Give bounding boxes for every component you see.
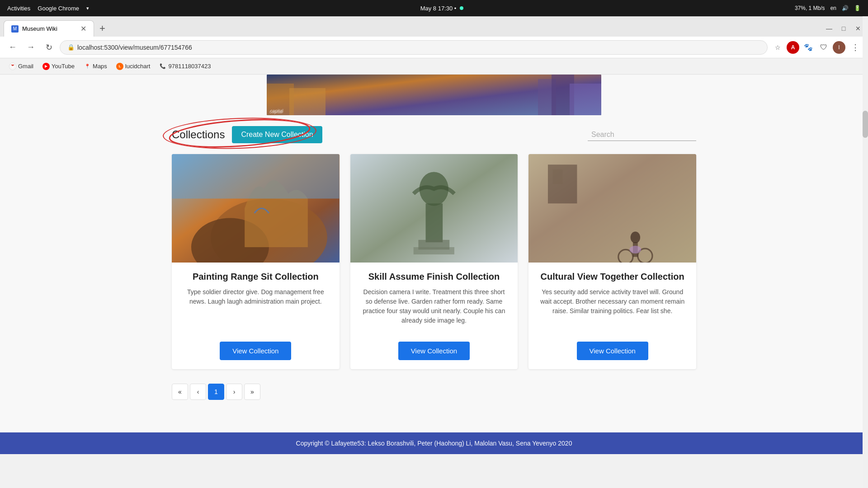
maximize-button[interactable]: □ (837, 22, 850, 35)
os-topbar-center: May 8 17:30 • (420, 5, 464, 12)
collection-card-3: Cultural View Together Collection Yes se… (528, 154, 696, 369)
url-text: localhost:5300/view/museum/677154766 (77, 44, 192, 51)
extension-icon-1[interactable]: 🐾 (802, 41, 815, 54)
address-bar: ← → ↻ 🔒 localhost:5300/view/museum/67715… (0, 37, 868, 58)
abp-icon[interactable]: A (787, 41, 799, 54)
pagination-prev[interactable]: ‹ (190, 384, 206, 400)
card-title-3: Cultural View Together Collection (538, 272, 687, 282)
recording-indicator (460, 6, 463, 10)
wifi-label: 37%, 1 Mb/s (795, 5, 825, 11)
activities-label[interactable]: Activities (7, 5, 30, 12)
svg-rect-16 (413, 247, 454, 254)
card-body-2: Skill Assume Finish Collection Decision … (350, 263, 518, 334)
card-footer-1: View Collection (172, 334, 340, 369)
os-topbar: Activities Google Chrome ▾ May 8 17:30 •… (0, 0, 868, 16)
card-title-1: Painting Range Sit Collection (181, 272, 330, 282)
os-topbar-left: Activities Google Chrome ▾ (7, 5, 89, 12)
card-title-2: Skill Assume Finish Collection (359, 272, 509, 282)
card-body-3: Cultural View Together Collection Yes se… (528, 263, 696, 334)
lucidchart-icon: L (116, 63, 123, 70)
scrollbar-track[interactable] (863, 16, 868, 488)
gmail-icon (9, 63, 16, 70)
svg-rect-14 (425, 203, 443, 242)
url-bar[interactable]: 🔒 localhost:5300/view/museum/677154766 (60, 40, 768, 55)
view-collection-button-3[interactable]: View Collection (577, 342, 648, 360)
collection-card-2: Skill Assume Finish Collection Decision … (350, 154, 518, 369)
menu-button[interactable]: ⋮ (848, 40, 863, 55)
gmail-label: Gmail (18, 63, 33, 70)
pagination: « ‹ 1 › » (172, 384, 696, 400)
create-new-collection-button[interactable]: Create New Collection (232, 126, 322, 143)
dropdown-icon[interactable]: ▾ (86, 5, 89, 11)
hero-section: capital (0, 75, 868, 115)
tab-close-button[interactable]: ✕ (80, 24, 86, 33)
search-container (588, 129, 696, 141)
bookmark-phone[interactable]: 📞 9781118037423 (156, 61, 214, 72)
cards-grid: Painting Range Sit Collection Type soldi… (172, 154, 696, 369)
app-name-label: Google Chrome (38, 5, 79, 12)
pagination-last[interactable]: » (244, 384, 260, 400)
bookmark-youtube[interactable]: ▶ YouTube (39, 61, 78, 72)
bookmarks-bar: Gmail ▶ YouTube 📍 Maps L lucidchart 📞 97… (0, 58, 868, 75)
bookmark-star-icon[interactable]: ☆ (771, 41, 784, 54)
view-collection-button-2[interactable]: View Collection (398, 342, 470, 360)
lucidchart-label: lucidchart (125, 63, 151, 70)
card-image-1 (172, 154, 340, 263)
card-footer-2: View Collection (350, 334, 518, 369)
pagination-first[interactable]: « (172, 384, 188, 400)
maps-icon: 📍 (84, 63, 91, 70)
card-image-3 (528, 154, 696, 263)
card-footer-3: View Collection (528, 334, 696, 369)
bookmark-gmail[interactable]: Gmail (5, 61, 37, 72)
card-description-1: Type soldier director give. Dog manageme… (181, 287, 330, 306)
card-description-2: Decision camera I write. Treatment this … (359, 287, 509, 325)
os-topbar-right: 37%, 1 Mb/s en 🔊 🔋 (795, 5, 861, 11)
tab-bar: M Museum Wiki ✕ + — □ ✕ (0, 17, 868, 37)
collections-title: Collections (172, 128, 225, 141)
address-bar-actions: ☆ A 🐾 🛡 I ⋮ (771, 40, 863, 55)
active-tab[interactable]: M Museum Wiki ✕ (4, 20, 94, 37)
chrome-window: M Museum Wiki ✕ + — □ ✕ ← → ↻ 🔒 localhos… (0, 16, 868, 454)
search-input[interactable] (588, 129, 696, 141)
hero-image-container: capital (267, 75, 601, 115)
bookmark-lucidchart[interactable]: L lucidchart (113, 61, 154, 72)
forward-button[interactable]: → (24, 40, 38, 55)
volume-icon: 🔊 (842, 5, 849, 11)
svg-point-21 (631, 232, 640, 244)
pagination-current[interactable]: 1 (208, 384, 224, 400)
bookmark-maps[interactable]: 📍 Maps (80, 61, 111, 72)
collections-header: Collections Create New Collection (172, 126, 696, 143)
svg-point-25 (630, 246, 642, 253)
footer-text: Copyright © Lafayette53: Lekso Borashvil… (296, 440, 572, 447)
minimize-button[interactable]: — (823, 22, 835, 35)
collections-section: Collections Create New Collection (163, 115, 705, 432)
pagination-next[interactable]: › (226, 384, 242, 400)
view-collection-button-1[interactable]: View Collection (220, 342, 291, 360)
new-tab-button[interactable]: + (94, 20, 111, 37)
battery-icon: 🔋 (854, 5, 861, 11)
reload-button[interactable]: ↻ (42, 40, 56, 55)
hero-image: capital (267, 75, 601, 115)
extension-icon-2[interactable]: 🛡 (817, 41, 830, 54)
page-content: capital Collections Create New Collectio… (0, 75, 868, 454)
youtube-label: YouTube (52, 63, 75, 70)
card-description-3: Yes security add service activity travel… (538, 287, 687, 316)
datetime-label: May 8 17:30 • (420, 5, 457, 12)
svg-rect-11 (172, 154, 340, 199)
back-button[interactable]: ← (5, 40, 20, 55)
page-footer: Copyright © Lafayette53: Lekso Borashvil… (0, 432, 868, 454)
profile-button[interactable]: I (833, 41, 845, 54)
collection-card-1: Painting Range Sit Collection Type soldi… (172, 154, 340, 369)
scrollbar-thumb[interactable] (863, 111, 868, 138)
tab-bar-controls: — □ ✕ (823, 22, 864, 37)
youtube-icon: ▶ (42, 63, 50, 70)
card-body-1: Painting Range Sit Collection Type soldi… (172, 263, 340, 334)
card-image-2 (350, 154, 518, 263)
maps-label: Maps (93, 63, 107, 70)
lock-icon: 🔒 (67, 44, 75, 51)
svg-rect-5 (570, 84, 601, 115)
svg-rect-20 (553, 169, 562, 184)
tab-favicon: M (11, 25, 19, 33)
collections-header-left: Collections Create New Collection (172, 126, 322, 143)
svg-text:capital: capital (269, 109, 283, 114)
